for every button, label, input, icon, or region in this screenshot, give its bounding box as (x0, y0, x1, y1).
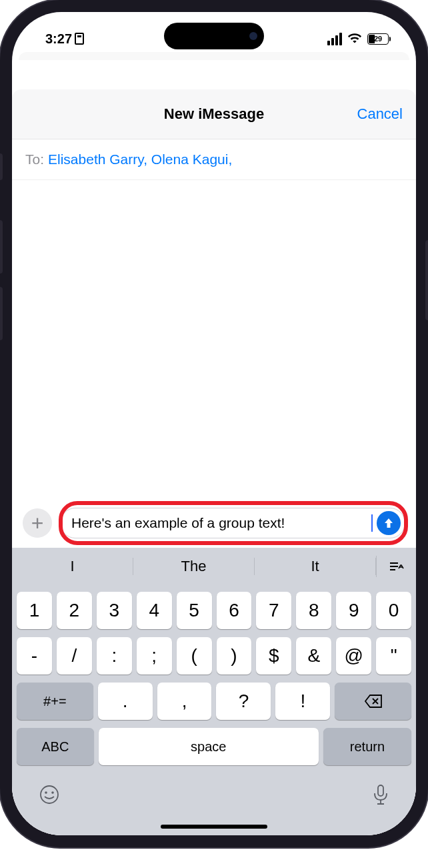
key-space[interactable]: space (99, 728, 319, 765)
add-attachment-button[interactable]: + (23, 508, 52, 538)
emoji-icon (39, 784, 60, 805)
key-row-1: 1 2 3 4 5 6 7 8 9 0 (12, 592, 416, 629)
key-7[interactable]: 7 (256, 592, 291, 629)
background-sheet (19, 52, 409, 60)
key-colon[interactable]: : (97, 637, 132, 675)
key-0[interactable]: 0 (376, 592, 411, 629)
dynamic-island (164, 23, 264, 49)
phone-frame: 3:27 29 (0, 0, 428, 847)
key-dash[interactable]: - (17, 637, 52, 675)
cellular-signal-icon (327, 33, 342, 45)
key-4[interactable]: 4 (137, 592, 172, 629)
compose-sheet: New iMessage Cancel To: Elisabeth Garry,… (12, 89, 416, 835)
message-input[interactable]: Here's an example of a group text! (60, 508, 405, 538)
key-row-2: - / : ; ( ) $ & @ " (12, 637, 416, 675)
key-ampersand[interactable]: & (296, 637, 331, 675)
svg-rect-3 (378, 785, 383, 796)
suggestion-2[interactable]: The (133, 558, 255, 575)
keyboard: I The It 1 2 3 4 5 6 (12, 548, 416, 835)
screen: 3:27 29 (12, 12, 416, 835)
microphone-icon (372, 784, 389, 807)
text-scan-icon (389, 560, 405, 572)
battery-percentage: 29 (374, 35, 382, 43)
plus-icon: + (31, 511, 44, 536)
key-row-3: #+= . , ? ! (12, 683, 416, 720)
keyboard-bottom-row (12, 773, 416, 811)
key-6[interactable]: 6 (217, 592, 252, 629)
key-question[interactable]: ? (216, 683, 271, 720)
wifi-icon (347, 33, 362, 45)
key-comma[interactable]: , (157, 683, 212, 720)
emoji-button[interactable] (39, 784, 60, 811)
key-exclaim[interactable]: ! (275, 683, 330, 720)
key-at[interactable]: @ (336, 637, 371, 675)
status-time: 3:27 (45, 31, 72, 47)
power-button (425, 240, 428, 320)
key-5[interactable]: 5 (177, 592, 212, 629)
key-row-4: ABC space return (12, 728, 416, 765)
key-paren-open[interactable]: ( (177, 637, 212, 675)
recipients-field[interactable]: To: Elisabeth Garry, Olena Kagui, (12, 139, 416, 180)
dictation-button[interactable] (372, 784, 389, 811)
volume-up-button (0, 220, 3, 274)
cancel-button[interactable]: Cancel (357, 105, 403, 123)
key-slash[interactable]: / (57, 637, 92, 675)
contact-card-icon (75, 33, 84, 45)
svg-point-2 (51, 791, 54, 794)
arrow-up-icon (382, 516, 395, 530)
conversation-area[interactable] (12, 180, 416, 500)
key-return[interactable]: return (323, 728, 411, 765)
backspace-icon (364, 694, 383, 709)
volume-down-button (0, 287, 3, 340)
text-cursor (371, 514, 373, 532)
to-label: To: (25, 151, 44, 167)
page-title: New iMessage (164, 105, 264, 123)
send-button[interactable] (377, 511, 401, 535)
key-2[interactable]: 2 (57, 592, 92, 629)
key-abc[interactable]: ABC (17, 728, 94, 765)
key-paren-close[interactable]: ) (217, 637, 252, 675)
suggestion-1[interactable]: I (12, 558, 133, 575)
key-symbols[interactable]: #+= (17, 683, 93, 720)
key-3[interactable]: 3 (97, 592, 132, 629)
battery-indicator: 29 (367, 33, 391, 45)
key-semicolon[interactable]: ; (137, 637, 172, 675)
key-period[interactable]: . (98, 683, 153, 720)
key-9[interactable]: 9 (336, 592, 371, 629)
svg-point-0 (41, 786, 58, 803)
home-indicator[interactable] (161, 825, 267, 829)
nav-bar: New iMessage Cancel (12, 89, 416, 139)
key-backspace[interactable] (335, 683, 411, 720)
key-8[interactable]: 8 (296, 592, 331, 629)
key-dollar[interactable]: $ (256, 637, 291, 675)
front-camera-icon (249, 32, 257, 40)
key-quote[interactable]: " (376, 637, 411, 675)
key-1[interactable]: 1 (17, 592, 52, 629)
message-text: Here's an example of a group text! (71, 515, 367, 531)
compose-bar: + Here's an example of a group text! (12, 500, 416, 548)
suggestion-3[interactable]: It (255, 558, 376, 575)
suggestion-bar: I The It (12, 548, 416, 585)
autofill-button[interactable] (376, 556, 416, 577)
recipient-names: Elisabeth Garry, Olena Kagui, (48, 151, 232, 167)
svg-point-1 (45, 791, 47, 794)
mute-switch (0, 153, 3, 180)
